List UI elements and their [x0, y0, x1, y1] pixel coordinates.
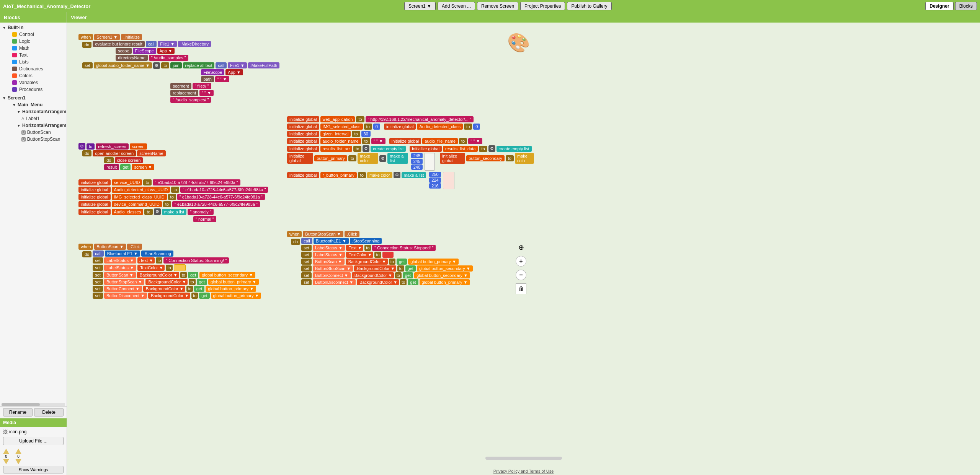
- set11-keyword: set: [301, 265, 312, 272]
- to14-keyword: to: [397, 265, 404, 272]
- tree-lists[interactable]: Lists: [0, 59, 67, 65]
- init-to8: to: [464, 124, 472, 130]
- publish-btn[interactable]: Publish to Gallery: [567, 2, 611, 10]
- warn-row: 0 0: [3, 449, 64, 464]
- when-screen1-init-row: when Screen1 ▼ .Initialize: [78, 34, 279, 40]
- tree-colors[interactable]: Colors: [0, 72, 67, 79]
- blocks-canvas: 🎨 when Screen1 ▼ .Initialize do: [75, 30, 534, 317]
- buttonscan-event: ButtonScan ▼: [94, 244, 126, 250]
- set9-keyword: set: [301, 252, 312, 258]
- to15-keyword: to: [395, 272, 402, 278]
- when3-keyword: when: [78, 244, 93, 250]
- main-menu-section[interactable]: ▼ Main_Menu: [0, 101, 67, 108]
- math-dot: [12, 46, 17, 50]
- screen-param: screen: [130, 143, 147, 150]
- tree-logic[interactable]: Logic: [0, 38, 67, 45]
- global-btn-primary5: global button_primary ▼: [420, 279, 470, 285]
- tree-dictionaries[interactable]: Dictionaries: [0, 65, 67, 72]
- warn-triangle-down: [3, 459, 9, 464]
- zoom-out-btn[interactable]: −: [516, 270, 526, 280]
- tree-variables[interactable]: Variables: [0, 79, 67, 86]
- set5-keyword: set: [93, 279, 103, 285]
- init-results-row: initialize global results_list_arr to ⚙ …: [287, 145, 534, 152]
- rgb-224: 224: [429, 177, 441, 183]
- call4-pill: call: [301, 238, 312, 244]
- viewer-canvas[interactable]: 🎨 when Screen1 ▼ .Initialize do: [67, 23, 980, 467]
- zoom-in-btn[interactable]: +: [516, 256, 526, 267]
- control-label: Control: [19, 32, 34, 37]
- result-pill: result: [104, 164, 119, 170]
- logic-label: Logic: [19, 39, 30, 44]
- horizontal-scrollbar[interactable]: [485, 457, 562, 460]
- init-audio-det-row: initialize global Audio_detected_class t…: [384, 124, 480, 130]
- init-to9: to: [352, 131, 360, 137]
- horiz1-section[interactable]: ▼ HorizontalArrangem: [0, 108, 67, 115]
- tree-procedures[interactable]: Procedures: [0, 86, 67, 93]
- get6-pill: get: [397, 259, 407, 265]
- crosshair-btn[interactable]: ⊕: [516, 242, 526, 253]
- to12-keyword: to: [374, 252, 381, 258]
- rgb-245-2: 245: [411, 159, 423, 164]
- tree-text[interactable]: Text: [0, 52, 67, 59]
- audio-file-label: audio_file_name: [422, 138, 458, 144]
- stopscanning-pill: .StopScanning: [350, 238, 382, 244]
- btnstop-body: call BluetoothLE1 ▼ .StopScanning set La…: [301, 238, 472, 285]
- colors-dot: [12, 73, 17, 78]
- screen-select-btn[interactable]: Screen1 ▼: [404, 2, 436, 10]
- footer-link[interactable]: Privacy Policy and Terms of Use: [493, 469, 554, 473]
- left-panel: Blocks ▼ Built-in Control Logic Math: [0, 12, 67, 475]
- do3-keyword: do: [104, 157, 113, 163]
- get9-pill: get: [408, 279, 418, 285]
- init9-keyword: initialize global: [287, 131, 319, 137]
- call-btstart-row: call BluetoothLE1 ▼ .StartScanning: [93, 251, 261, 257]
- trash-btn[interactable]: 🗑: [516, 283, 526, 294]
- btn-secondary-label: button_secondary: [466, 155, 504, 161]
- service-uuid-label: service_UUID: [112, 179, 142, 185]
- procedures-label: Procedures: [19, 87, 42, 92]
- project-properties-btn[interactable]: Project Properties: [520, 2, 565, 10]
- bgcolor8-pill: .BackgroundColor ▼: [357, 279, 399, 285]
- main-layout: Blocks ▼ Built-in Control Logic Math: [0, 12, 980, 475]
- init-to2: to: [171, 187, 179, 193]
- btnscan3-pill: ButtonStopScan ▼: [313, 265, 353, 272]
- set-btnscan-primary-row: set ButtonScan ▼ .BackgroundColor ▼ to g…: [301, 259, 472, 265]
- tree-control[interactable]: Control: [0, 31, 67, 38]
- refresh-do-row: do open another screen screenName do: [82, 150, 166, 170]
- set8-keyword: set: [301, 245, 312, 251]
- init-btn-secondary-header: initialize global button_secondary to ma…: [440, 153, 534, 164]
- tree-label1[interactable]: A Label1: [0, 115, 67, 122]
- init5-keyword: initialize global: [78, 209, 111, 215]
- show-warnings-btn[interactable]: Show Warnings: [3, 466, 64, 473]
- horiz2-section[interactable]: ▼ HorizontalArrangem: [0, 122, 67, 129]
- buttonscan-body: call BluetoothLE1 ▼ .StartScanning set L…: [93, 251, 261, 299]
- builtin-section[interactable]: ▼ Built-in: [0, 24, 67, 31]
- call-btstop-row: call BluetoothLE1 ▼ .StopScanning: [301, 238, 472, 244]
- tree-buttonscan[interactable]: B ButtonScan: [0, 129, 67, 136]
- remove-screen-btn[interactable]: Remove Screen: [477, 2, 518, 10]
- buttonscan-do: do call BluetoothLE1 ▼ .StartScanning se…: [82, 251, 261, 299]
- settings-icon-btn[interactable]: ⚙: [153, 62, 160, 69]
- get8-pill: get: [403, 272, 413, 278]
- upload-file-btn[interactable]: Upload File ...: [3, 437, 64, 445]
- click-event: .Click: [127, 244, 142, 250]
- rename-btn[interactable]: Rename: [3, 408, 33, 416]
- tree-math[interactable]: Math: [0, 45, 67, 52]
- delete-btn[interactable]: Delete: [34, 408, 64, 416]
- tree-buttonstopscan[interactable]: B ButtonStopScan: [0, 136, 67, 143]
- variables-dot: [12, 80, 17, 85]
- designer-btn[interactable]: Designer: [925, 2, 953, 10]
- block-group-buttonstopscan: when ButtonStopScan ▼ .Click do call Blu…: [287, 231, 473, 285]
- empty-str2: " " ▼: [468, 138, 482, 144]
- btndisconn2-pill: ButtonDisconnect ▼: [313, 279, 356, 285]
- blocks-btn[interactable]: Blocks: [955, 2, 977, 10]
- add-screen-btn[interactable]: Add Screen ...: [438, 2, 475, 10]
- to10-keyword: to: [191, 293, 198, 299]
- open-screen-row: open another screen screenName: [93, 150, 165, 156]
- btLE2-pill: BluetoothLE1 ▼: [314, 238, 349, 244]
- screen1-pill: Screen1 ▼: [94, 34, 120, 40]
- screen1-section[interactable]: ▼ Screen1: [0, 94, 67, 101]
- init-to15: to: [506, 155, 514, 161]
- text-dot: [12, 53, 17, 57]
- warn-count-1: 0: [5, 454, 7, 459]
- procedures-dot: [12, 87, 17, 92]
